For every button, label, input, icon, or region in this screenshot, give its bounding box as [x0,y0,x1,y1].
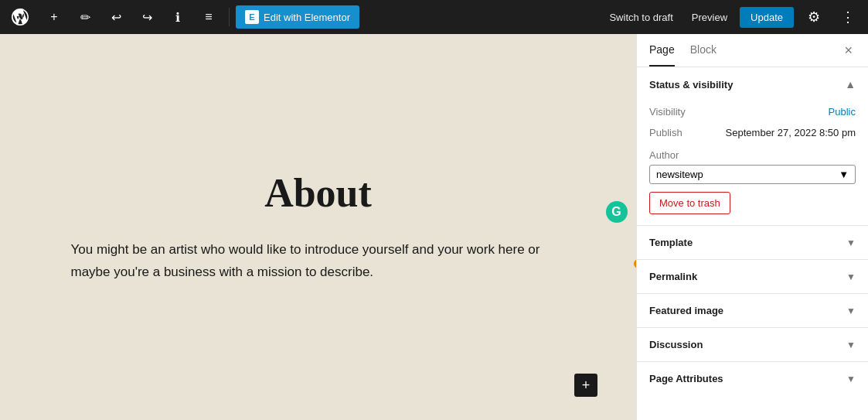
status-visibility-header[interactable]: Status & visibility ▲ [637,67,868,101]
template-chevron: ▼ [846,237,856,248]
discussion-chevron: ▼ [846,340,856,350]
author-select-chevron: ▼ [839,169,849,180]
preview-button[interactable]: Preview [686,9,734,26]
tab-page[interactable]: Page [649,34,675,67]
status-visibility-section: Status & visibility ▲ Visibility Public … [637,67,868,226]
move-to-trash-button[interactable]: Move to trash [649,192,730,214]
publish-label: Publish [649,127,682,138]
author-select[interactable]: newsitewp ▼ [649,165,856,184]
more-options-button[interactable]: ⋮ [834,3,862,31]
page-attributes-chevron: ▼ [846,374,856,384]
template-title: Template [649,237,693,248]
discussion-title: Discussion [649,339,703,350]
edit-with-elementor-button[interactable]: E Edit with Elementor [236,5,359,29]
page-attributes-title: Page Attributes [649,373,723,384]
redo-button[interactable]: ↪ [133,3,161,31]
add-block-toolbar-button[interactable]: + [40,3,68,31]
author-section: Author newsitewp ▼ [649,148,856,184]
toolbar-left: + ✏ ↩ ↪ ℹ ≡ E Edit with Elementor [6,3,359,31]
toolbar-divider [229,8,230,26]
editor-canvas[interactable]: About You might be an artist who would l… [0,34,636,420]
permalink-section-header[interactable]: Permalink ▼ [637,260,868,294]
discussion-section-header[interactable]: Discussion ▼ [637,328,868,362]
page-body-text[interactable]: You might be an artist who would like to… [71,239,566,284]
visibility-label: Visibility [649,106,686,118]
publish-row: Publish September 27, 2022 8:50 pm [649,122,856,143]
wordpress-logo[interactable] [6,3,34,31]
toolbar-right: Switch to draft Preview Update ⚙ ⋮ [603,3,862,31]
sidebar-panel: Page Block × Status & visibility ▲ Visib… [636,34,868,420]
page-attributes-section-header[interactable]: Page Attributes ▼ [637,362,868,395]
list-view-button[interactable]: ≡ [195,3,223,31]
sidebar-tabs: Page Block × [637,34,868,67]
status-visibility-content: Visibility Public Publish September 27, … [637,101,868,225]
featured-image-title: Featured image [649,305,723,316]
publish-value[interactable]: September 27, 2022 8:50 pm [726,127,856,138]
elementor-icon: E [245,10,259,24]
add-block-canvas-button[interactable]: + [574,374,597,397]
featured-image-chevron: ▼ [846,306,856,316]
info-button[interactable]: ℹ [164,3,192,31]
toolbar: + ✏ ↩ ↪ ℹ ≡ E Edit with Elementor Switch… [0,0,868,34]
permalink-chevron: ▼ [846,271,856,282]
elementor-button-label: Edit with Elementor [264,12,350,23]
grammarly-icon: G [606,201,628,223]
visibility-row: Visibility Public [649,101,856,122]
permalink-title: Permalink [649,271,697,282]
switch-to-draft-button[interactable]: Switch to draft [603,9,679,26]
orange-dot-indicator [634,259,637,268]
status-visibility-chevron: ▲ [845,78,856,90]
update-button[interactable]: Update [740,7,794,28]
status-visibility-title: Status & visibility [649,79,733,90]
page-content-area: About You might be an artist who would l… [56,139,581,315]
sidebar-close-button[interactable]: × [841,39,856,62]
visibility-value[interactable]: Public [829,106,856,118]
settings-button[interactable]: ⚙ [800,3,828,31]
main-area: About You might be an artist who would l… [0,34,868,420]
undo-button[interactable]: ↩ [102,3,130,31]
page-title[interactable]: About [71,170,566,216]
author-select-value: newsitewp [656,169,703,180]
template-section-header[interactable]: Template ▼ [637,226,868,260]
author-label: Author [649,149,679,161]
tab-block[interactable]: Block [690,34,717,67]
featured-image-section-header[interactable]: Featured image ▼ [637,294,868,328]
pen-button[interactable]: ✏ [71,3,99,31]
